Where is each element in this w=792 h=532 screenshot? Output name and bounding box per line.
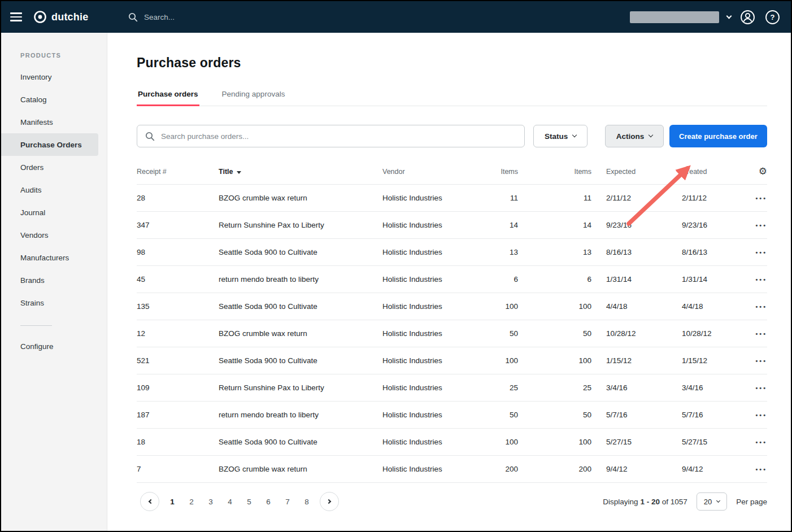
column-header-vendor[interactable]: Vendor [382, 161, 487, 185]
cell-items: 100 [487, 429, 518, 456]
sidebar-item-catalog[interactable]: Catalog [1, 88, 107, 111]
table-header-row: Receipt # Title Vendor Items Items Expec… [137, 161, 767, 185]
table-row[interactable]: 28 BZOG crumble wax return Holistic Indu… [137, 185, 767, 212]
global-search-input[interactable] [144, 13, 314, 21]
cell-vendor: Holistic Industries [382, 429, 487, 456]
cell-items-2: 100 [518, 429, 591, 456]
row-actions-icon[interactable]: ••• [755, 357, 767, 364]
cell-items-2: 50 [518, 402, 591, 429]
table-row[interactable]: 135 Seattle Soda 900 to Cultivate Holist… [137, 293, 767, 320]
row-actions-icon[interactable]: ••• [755, 276, 767, 283]
cell-receipt: 347 [137, 212, 219, 239]
row-actions-icon[interactable]: ••• [755, 385, 767, 391]
cell-title: BZOG crumble wax return [219, 185, 382, 212]
row-actions-icon[interactable]: ••• [755, 303, 767, 310]
cell-expected: 3/4/16 [591, 374, 667, 402]
cell-receipt: 12 [137, 320, 219, 347]
location-selector[interactable] [630, 11, 719, 23]
search-icon [145, 132, 155, 141]
actions-label: Actions [616, 132, 645, 141]
table-row[interactable]: 18 Seattle Soda 900 to Cultivate Holisti… [137, 429, 767, 456]
create-purchase-order-button[interactable]: Create purchase order [669, 125, 767, 147]
sidebar-item-vendors[interactable]: Vendors [1, 224, 107, 246]
column-header-expected[interactable]: Expected [591, 161, 667, 185]
cell-expected: 9/4/12 [591, 456, 667, 483]
sidebar-item-audits[interactable]: Audits [1, 178, 107, 201]
po-search [137, 125, 525, 147]
cell-vendor: Holistic Industries [382, 402, 487, 429]
cell-title: BZOG crumble wax return [219, 320, 382, 347]
cell-vendor: Holistic Industries [382, 347, 487, 374]
per-page-label: Per page [736, 498, 767, 506]
help-icon[interactable]: ? [764, 8, 781, 25]
page-number-1[interactable]: 1 [163, 498, 182, 506]
chevron-down-icon[interactable] [726, 13, 732, 19]
cell-receipt: 109 [137, 374, 219, 402]
cell-created: 10/28/12 [667, 320, 739, 347]
hamburger-menu-icon[interactable] [10, 12, 22, 21]
row-actions-icon[interactable]: ••• [755, 222, 767, 229]
main-content: Purchase orders Purchase orders Pending … [107, 33, 791, 531]
user-profile-icon[interactable] [739, 8, 756, 25]
status-filter-dropdown[interactable]: Status [533, 125, 588, 147]
cell-receipt: 7 [137, 456, 219, 483]
table-row[interactable]: 98 Seattle Soda 900 to Cultivate Holisti… [137, 239, 767, 266]
sidebar-item-configure[interactable]: Configure [1, 335, 107, 357]
row-actions-icon[interactable]: ••• [755, 439, 767, 446]
cell-vendor: Holistic Industries [382, 185, 487, 212]
actions-dropdown[interactable]: Actions [605, 125, 664, 147]
pagination-next-button[interactable] [320, 492, 339, 511]
per-page-select[interactable]: 20 [697, 492, 727, 511]
table-row[interactable]: 347 Return Sunshine Pax to Liberty Holis… [137, 212, 767, 239]
page-number-7[interactable]: 7 [278, 498, 297, 506]
page-number-5[interactable]: 5 [240, 498, 259, 506]
table-row[interactable]: 12 BZOG crumble wax return Holistic Indu… [137, 320, 767, 347]
column-header-items[interactable]: Items [487, 161, 518, 185]
column-header-title-label: Title [219, 168, 233, 176]
table-row[interactable]: 7 BZOG crumble wax return Holistic Indus… [137, 456, 767, 483]
sidebar-item-inventory[interactable]: Inventory [1, 66, 107, 88]
row-actions-icon[interactable]: ••• [755, 249, 767, 256]
table-row[interactable]: 521 Seattle Soda 900 to Cultivate Holist… [137, 347, 767, 374]
sidebar-item-orders[interactable]: Orders [1, 156, 107, 178]
cell-receipt: 135 [137, 293, 219, 320]
column-header-title[interactable]: Title [219, 161, 382, 185]
table-row[interactable]: 109 Return Sunshine Pax to Liberty Holis… [137, 374, 767, 402]
row-actions-icon[interactable]: ••• [755, 330, 767, 337]
sidebar-item-manifests[interactable]: Manifests [1, 111, 107, 133]
cell-created: 2/11/12 [667, 185, 739, 212]
page-number-6[interactable]: 6 [259, 498, 278, 506]
column-header-receipt[interactable]: Receipt # [137, 161, 219, 185]
sidebar-item-journal[interactable]: Journal [1, 201, 107, 224]
pagination-prev-button[interactable] [140, 492, 159, 511]
sidebar-item-strains[interactable]: Strains [1, 291, 107, 314]
row-actions-icon[interactable]: ••• [755, 412, 767, 418]
page-number-8[interactable]: 8 [297, 498, 316, 506]
status-filter-label: Status [545, 132, 568, 141]
tab-purchase-orders[interactable]: Purchase orders [137, 86, 199, 106]
row-actions-icon[interactable]: ••• [755, 195, 767, 202]
sidebar-item-manufacturers[interactable]: Manufacturers [1, 246, 107, 269]
sidebar-item-purchase-orders[interactable]: Purchase Orders [1, 133, 98, 156]
page-number-2[interactable]: 2 [182, 498, 201, 506]
column-header-items-2[interactable]: Items [518, 161, 591, 185]
table-row[interactable]: 45 return mendo breath to liberty Holist… [137, 266, 767, 293]
cell-items-2: 100 [518, 347, 591, 374]
table-row[interactable]: 187 return mendo breath to liberty Holis… [137, 402, 767, 429]
column-header-created[interactable]: Created [667, 161, 739, 185]
pagination-summary: Displaying 1 - 20 of 1057 20 Per page [603, 492, 767, 511]
page-number-3[interactable]: 3 [201, 498, 220, 506]
cell-receipt: 98 [137, 239, 219, 266]
sidebar-item-brands[interactable]: Brands [1, 269, 107, 291]
row-actions-icon[interactable]: ••• [755, 466, 767, 473]
column-settings-gear-icon[interactable]: ⚙ [759, 167, 767, 176]
chevron-down-icon [716, 498, 720, 502]
cell-items: 13 [487, 239, 518, 266]
cell-items-2: 200 [518, 456, 591, 483]
page-number-4[interactable]: 4 [220, 498, 240, 506]
sidebar-nav: Inventory Catalog Manifests Purchase Ord… [1, 66, 107, 314]
tab-pending-approvals[interactable]: Pending approvals [221, 86, 286, 106]
cell-expected: 5/27/15 [591, 429, 667, 456]
po-search-input[interactable] [161, 132, 516, 141]
cell-title: Seattle Soda 900 to Cultivate [219, 239, 382, 266]
